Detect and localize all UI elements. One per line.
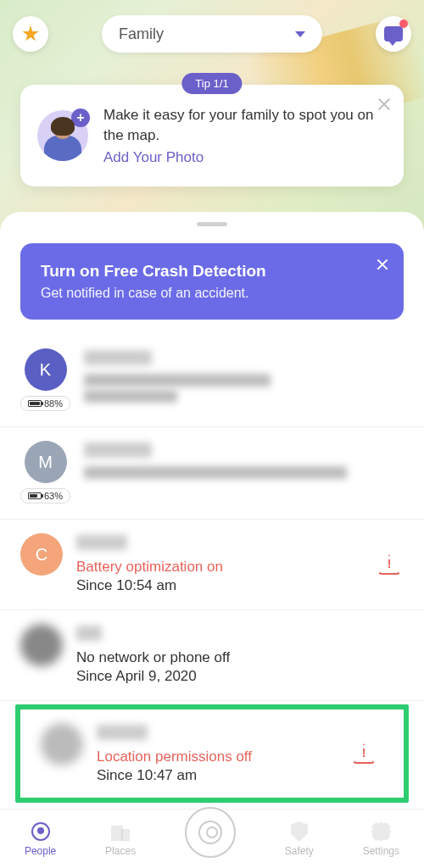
tip-title: Make it easy for your family to spot you… xyxy=(103,105,387,146)
circle-selector[interactable]: Family xyxy=(102,15,322,53)
crash-subtitle: Get notified in case of an accident. xyxy=(41,286,383,301)
chat-button[interactable] xyxy=(376,16,411,52)
status-since: Since 10:54 am xyxy=(76,577,404,594)
gear-icon xyxy=(371,821,391,842)
crash-title: Turn on Free Crash Detection xyxy=(41,262,383,281)
member-row[interactable]: No network or phone off Since April 9, 2… xyxy=(0,610,424,701)
member-name-blurred xyxy=(97,725,148,740)
member-name-blurred xyxy=(76,535,127,550)
top-bar: Family xyxy=(0,15,424,53)
bottom-nav: People Places Safety Settings xyxy=(0,809,424,868)
nav-people[interactable]: People xyxy=(25,821,56,857)
notification-dot xyxy=(399,19,408,28)
status-since: Since April 9, 2020 xyxy=(76,668,404,685)
profile-icon xyxy=(198,821,222,844)
chevron-down-icon xyxy=(295,31,305,37)
tip-text: Make it easy for your family to spot you… xyxy=(103,105,387,166)
battery-icon xyxy=(28,400,42,407)
highlighted-member: Location permissions off Since 10:47 am … xyxy=(15,704,409,803)
nav-places[interactable]: Places xyxy=(105,821,136,857)
crash-detection-banner[interactable]: Turn on Free Crash Detection Get notifie… xyxy=(20,243,404,320)
member-avatar: K xyxy=(25,348,67,391)
member-location-blurred xyxy=(84,374,271,387)
member-avatar-blurred xyxy=(41,723,83,765)
member-row[interactable]: K 88% xyxy=(0,335,424,427)
member-avatar-blurred xyxy=(20,624,63,666)
nav-settings[interactable]: Settings xyxy=(363,821,399,857)
member-row[interactable]: Location permissions off Since 10:47 am … xyxy=(25,709,399,798)
star-icon xyxy=(22,25,39,42)
tip-counter: Tip 1/1 xyxy=(181,73,242,94)
status-warning: Location permissions off xyxy=(97,748,383,765)
tip-avatar: + xyxy=(37,110,88,161)
member-row[interactable]: C Battery optimization on Since 10:54 am… xyxy=(0,520,424,610)
member-row[interactable]: M 63% xyxy=(0,427,424,520)
status-since: Since 10:47 am xyxy=(97,767,383,784)
bottom-sheet[interactable]: Turn on Free Crash Detection Get notifie… xyxy=(0,212,424,809)
member-since-blurred xyxy=(84,390,177,403)
places-icon xyxy=(111,822,130,841)
status-warning: Battery optimization on xyxy=(76,559,404,576)
battery-charging-icon xyxy=(28,492,42,499)
sheet-handle[interactable] xyxy=(197,222,227,226)
member-name-blurred xyxy=(76,626,102,641)
nav-center-button[interactable] xyxy=(185,807,236,858)
people-icon xyxy=(31,822,50,841)
member-location-blurred xyxy=(84,466,347,479)
member-avatar: C xyxy=(20,533,63,576)
shield-icon xyxy=(291,821,308,842)
battery-badge: 63% xyxy=(20,488,70,504)
premium-badge[interactable] xyxy=(13,16,48,52)
alert-icon: ! xyxy=(378,554,400,575)
tip-link[interactable]: Add Your Photo xyxy=(103,149,387,166)
chat-icon xyxy=(384,26,403,42)
tip-card[interactable]: Tip 1/1 + Make it easy for your family t… xyxy=(20,85,404,186)
battery-badge: 88% xyxy=(20,396,70,411)
alert-icon: ! xyxy=(353,743,375,764)
close-icon[interactable] xyxy=(375,95,393,114)
status-text: No network or phone off xyxy=(76,649,404,666)
member-name-blurred xyxy=(84,442,152,458)
member-avatar: M xyxy=(25,441,67,483)
close-icon[interactable] xyxy=(375,257,390,272)
member-name-blurred xyxy=(84,350,152,365)
circle-name: Family xyxy=(119,25,295,43)
nav-safety[interactable]: Safety xyxy=(285,821,314,857)
